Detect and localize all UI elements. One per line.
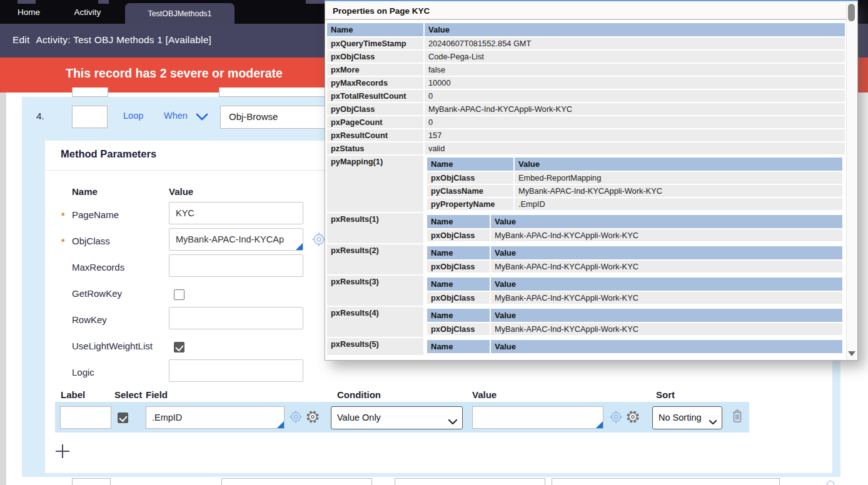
nested-properties-table: NameValuepxObjClassMyBank-APAC-Ind-KYCAp… [426, 245, 844, 274]
expand-corner-icon[interactable] [277, 421, 284, 428]
properties-col-value: Value [491, 278, 842, 291]
grid-header-select: Select [114, 389, 142, 400]
properties-col-name: Name [427, 158, 513, 171]
tab-testobjmethods1[interactable]: TestOBJMethods1 [125, 3, 235, 24]
property-value: 10000 [425, 77, 845, 89]
prev-step-input-partial[interactable] [72, 88, 108, 97]
gear-icon[interactable] [625, 409, 640, 427]
scrollbar-down-arrow[interactable] [848, 351, 855, 356]
property-name: pyClassName [427, 185, 513, 197]
next-row-input-partial[interactable] [395, 478, 545, 485]
required-asterisk: * [61, 211, 64, 221]
property-value: NameValuepxObjClassEmbed-ReportMappingpy… [425, 156, 845, 212]
property-name: pxMore [327, 64, 423, 76]
column-header-value: Value [169, 186, 193, 197]
properties-popup: Properties on Page KYC Name Value pxQuer… [325, 0, 858, 361]
property-row: pyClassNameMyBank-APAC-Ind-KYCAppli-Work… [427, 185, 842, 197]
property-value: MyBank-APAC-Ind-KYCAppli-Work-KYC [491, 229, 842, 241]
logic-input[interactable] [169, 359, 303, 382]
properties-col-value: Value [491, 246, 842, 259]
property-name: pxResults(1) [327, 213, 423, 243]
property-value: MyBank-APAC-Ind-KYCAppli-Work-KYC [491, 292, 842, 304]
next-step-input-partial[interactable] [72, 478, 111, 485]
tab-activity[interactable]: Activity [68, 0, 108, 24]
browser-tab-sliver [306, 0, 325, 4]
properties-header-row: NameValue [427, 215, 842, 228]
step-number: 4. [36, 111, 44, 122]
chevron-down-icon [709, 416, 717, 428]
property-row: pxResults(1)NameValuepxObjClassMyBank-AP… [327, 213, 845, 243]
properties-col-name: Name [327, 23, 423, 36]
property-row: pyMapping(1)NameValuepxObjClassEmbed-Rep… [327, 156, 845, 212]
property-name: pyMapping(1) [327, 156, 423, 212]
step-label-input[interactable] [72, 106, 108, 128]
grid-header-value: Value [472, 389, 497, 400]
criteria-field-input[interactable] [146, 406, 285, 429]
grid-header-label: Label [61, 389, 85, 400]
properties-header-row: NameValue [427, 278, 842, 291]
property-row: pzStatusvalid [327, 142, 845, 154]
next-row-input-partial[interactable] [221, 478, 372, 485]
nested-properties-table: NameValue [426, 339, 844, 354]
properties-col-value: Value [491, 309, 842, 322]
property-name: pxResults(5) [327, 338, 423, 355]
screen: Home Activity TestOBJMethods1 EditActivi… [0, 0, 868, 485]
tab-home[interactable]: Home [11, 0, 46, 24]
loop-link[interactable]: Loop [123, 111, 143, 121]
property-name: pzStatus [327, 142, 423, 154]
nested-properties-table: NameValuepxObjClassMyBank-APAC-Ind-KYCAp… [426, 276, 844, 305]
sort-select[interactable]: No Sorting [652, 406, 722, 429]
property-row: pxPageCount0 [327, 116, 845, 128]
popup-scrollbar[interactable] [846, 2, 857, 359]
section-title: Method Parameters [61, 148, 156, 160]
property-name: pyMaxRecords [327, 77, 423, 89]
expand-corner-icon[interactable] [296, 243, 303, 250]
maxrecords-input[interactable] [169, 254, 303, 277]
property-value: valid [425, 142, 845, 154]
target-icon[interactable] [289, 410, 303, 426]
chevron-down-icon[interactable] [195, 112, 209, 121]
property-value: 157 [425, 129, 845, 141]
condition-selected-value: Value Only [337, 412, 381, 422]
nested-properties-table: NameValuepxObjClassMyBank-APAC-Ind-KYCAp… [426, 214, 844, 242]
property-row: pxResults(2)NameValuepxObjClassMyBank-AP… [327, 244, 845, 274]
popup-title: Properties on Page KYC [325, 1, 857, 20]
criteria-select-checkbox[interactable] [118, 412, 128, 423]
pagename-input[interactable] [169, 202, 303, 224]
property-row: pyObjClassMyBank-APAC-Ind-KYCAppli-Work-… [327, 103, 845, 115]
property-name: pxTotalResultCount [327, 90, 423, 102]
properties-col-value: Value [515, 158, 842, 171]
expand-corner-icon[interactable] [596, 421, 603, 428]
nested-properties-table: NameValuepxObjClassMyBank-APAC-Ind-KYCAp… [426, 308, 844, 336]
popup-body: Name Value pxQueryTimeStamp20240607T0815… [325, 22, 847, 360]
property-row: pxMorefalse [327, 64, 845, 76]
properties-col-name: Name [427, 246, 490, 259]
trash-icon[interactable] [730, 408, 744, 428]
property-name: pxObjClass [427, 292, 490, 304]
criteria-label-input[interactable] [60, 406, 111, 429]
required-asterisk: * [61, 237, 64, 247]
property-value: NameValuepxObjClassMyBank-APAC-Ind-KYCAp… [425, 276, 845, 306]
target-icon[interactable] [827, 481, 834, 485]
criteria-value-input[interactable] [472, 406, 603, 429]
criteria-row: Value Only No Sorting [55, 402, 749, 432]
uselightweightlist-checkbox[interactable] [174, 342, 184, 352]
objclass-input[interactable] [169, 228, 303, 251]
property-value: MyBank-APAC-Ind-KYCAppli-Work-KYC [491, 261, 842, 272]
target-icon[interactable] [609, 410, 623, 426]
gear-icon[interactable] [305, 409, 320, 427]
getrowkey-checkbox[interactable] [174, 289, 184, 300]
property-value: MyBank-APAC-Ind-KYCAppli-Work-KYC [425, 103, 845, 115]
when-link[interactable]: When [164, 111, 188, 121]
property-row: pxObjClassMyBank-APAC-Ind-KYCAppli-Work-… [427, 261, 842, 272]
add-row-icon[interactable] [55, 444, 70, 459]
rowkey-input[interactable] [169, 307, 303, 329]
next-row-input-partial[interactable] [552, 478, 780, 485]
property-row: pxResults(5)NameValue [327, 338, 845, 355]
page-title: EditActivity: Test OBJ Methods 1 [Availa… [13, 34, 211, 46]
property-name: pxObjClass [427, 229, 490, 241]
property-value: Embed-ReportMapping [515, 172, 842, 184]
record-title: Activity: Test OBJ Methods 1 [Available] [36, 34, 212, 45]
condition-select[interactable]: Value Only [331, 406, 463, 429]
scrollbar-thumb[interactable] [848, 4, 855, 21]
